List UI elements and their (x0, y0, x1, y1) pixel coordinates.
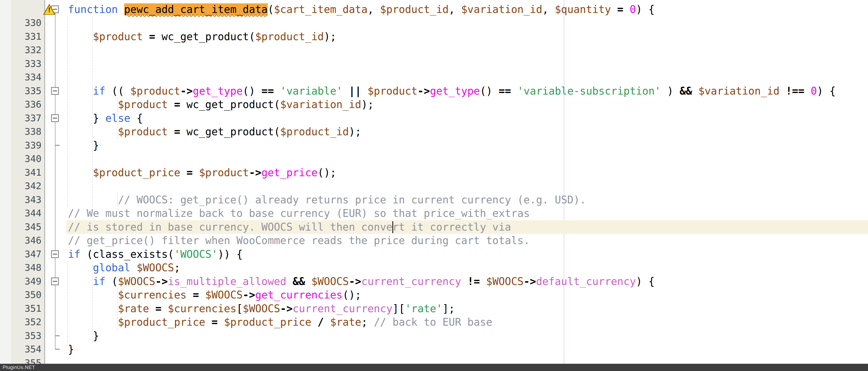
fold-collapse-icon[interactable] (51, 114, 59, 122)
line-number[interactable]: 347 (11, 247, 41, 261)
token-pl: } (68, 343, 74, 355)
token-op: -> (349, 275, 361, 287)
token-pl: } (93, 140, 99, 151)
token-op: -> (243, 289, 255, 301)
code-line[interactable]: } else { (93, 112, 143, 125)
line-number-margin[interactable]: !330331332333334335336337338339340341342… (11, 0, 45, 371)
code-line[interactable]: global $WOOCS; (93, 261, 180, 275)
code-area[interactable]: function pewc_add_cart_item_data($cart_i… (0, 0, 868, 371)
token-pl: , (542, 3, 555, 15)
token-pl: () (243, 85, 261, 97)
code-line[interactable]: // is stored in base currency. WOOCS wil… (68, 220, 511, 234)
line-number[interactable]: 337 (11, 112, 41, 125)
code-line[interactable]: if (class_exists('WOOCS')) { (68, 247, 243, 261)
code-line[interactable]: $product = wc_get_product($product_id); (118, 125, 361, 138)
bookmark-margin (0, 0, 11, 371)
line-number[interactable]: 331 (11, 30, 41, 43)
watermark-label: PluginUs.NET (3, 364, 35, 371)
token-op: = (149, 31, 155, 42)
fold-collapse-icon[interactable] (51, 277, 59, 285)
token-pl: ); (349, 126, 361, 137)
code-line[interactable]: $rate = $currencies[$WOOCS->current_curr… (118, 302, 455, 315)
token-pl: , (448, 3, 461, 15)
fold-end-icon (55, 335, 60, 336)
token-pl: (class_exists( (80, 248, 174, 260)
token-prop: default_currency (536, 275, 636, 287)
code-line[interactable]: // We must normalize back to base curren… (68, 207, 530, 220)
code-line[interactable]: if ($WOOCS->is_multiple_allowed && $WOOC… (93, 275, 655, 288)
token-op: = (193, 289, 199, 301)
token-pl (324, 316, 330, 328)
token-pl: wc_get_product( (180, 98, 280, 111)
line-number[interactable]: 345 (11, 220, 41, 234)
line-number[interactable] (11, 3, 41, 16)
token-pl: { (130, 112, 143, 124)
code-line[interactable]: // WOOCS: get_price() already returns pr… (118, 193, 586, 207)
token-pl (311, 316, 317, 328)
token-pl (149, 303, 155, 314)
code-line[interactable]: } (93, 329, 99, 343)
code-line[interactable]: } (68, 342, 74, 356)
token-var: $variation_id (280, 98, 361, 111)
code-line[interactable]: } (93, 138, 99, 152)
line-number[interactable]: 348 (11, 261, 41, 275)
line-number[interactable]: 354 (11, 342, 41, 356)
line-number[interactable]: 334 (11, 70, 41, 84)
line-number[interactable]: 336 (11, 98, 41, 112)
line-number[interactable]: 351 (11, 302, 41, 315)
line-number[interactable]: 330 (11, 16, 41, 30)
line-number[interactable]: 341 (11, 166, 41, 180)
line-number[interactable]: 346 (11, 234, 41, 247)
token-op: && (292, 275, 305, 287)
token-op: != (467, 275, 480, 287)
line-number[interactable]: 353 (11, 329, 41, 343)
code-line[interactable]: function pewc_add_cart_item_data($cart_i… (68, 3, 655, 16)
line-number[interactable]: 339 (11, 138, 41, 152)
token-op: -> (180, 85, 193, 97)
token-pl: (); (317, 166, 336, 179)
token-var: $product_price (118, 316, 205, 328)
line-number[interactable]: 338 (11, 125, 41, 138)
line-number[interactable]: 342 (11, 179, 41, 193)
watermark-bar: PluginUs.NET (0, 364, 868, 371)
token-var: $product_price (224, 316, 311, 328)
code-line[interactable]: if (( $product->get_type() == 'variable'… (93, 84, 836, 98)
code-line[interactable]: $product = wc_get_product($variation_id)… (118, 98, 374, 112)
token-pl: } (93, 112, 105, 124)
token-pl: ( (105, 275, 118, 287)
fold-structure-line (55, 13, 56, 349)
line-number[interactable]: 349 (11, 275, 41, 288)
token-op: = (212, 316, 218, 328)
line-number[interactable]: 350 (11, 288, 41, 302)
line-number[interactable]: 352 (11, 315, 41, 329)
line-number[interactable]: 332 (11, 43, 41, 57)
line-number[interactable]: 343 (11, 193, 41, 207)
code-line[interactable]: $currencies = $WOOCS->get_currencies(); (118, 288, 361, 302)
token-pl: ( (268, 3, 274, 15)
fold-collapse-icon[interactable] (51, 250, 59, 258)
line-number[interactable]: 340 (11, 152, 41, 166)
token-pl: ) { (817, 85, 836, 97)
code-line[interactable]: $product = wc_get_product($product_id); (93, 30, 336, 43)
fold-collapse-icon[interactable] (51, 87, 59, 95)
token-pl (274, 85, 280, 97)
token-var: $currencies (118, 289, 187, 301)
token-op: -> (155, 275, 168, 287)
token-kw: else (105, 112, 130, 124)
token-var: $product (130, 85, 180, 97)
token-com: // is stored in base currency. WOOCS wil… (68, 221, 511, 233)
code-line[interactable]: $product_price = $product->get_price(); (93, 166, 336, 180)
token-prop: is_multiple_allowed (168, 275, 286, 287)
line-number[interactable]: 335 (11, 84, 41, 98)
token-op: = (617, 3, 623, 15)
token-pl: )) { (218, 248, 243, 260)
token-pl (205, 316, 212, 328)
token-op: / (317, 316, 324, 328)
code-line[interactable]: $product_price = $product_price / $rate;… (118, 315, 492, 329)
line-number[interactable]: 344 (11, 207, 41, 220)
token-meth: get_type (430, 85, 480, 97)
line-number[interactable]: 333 (11, 57, 41, 71)
code-line[interactable]: // get_price() filter when WooCommerce r… (68, 234, 530, 247)
token-kw: global (93, 262, 130, 274)
token-meth: get_currencies (255, 289, 343, 301)
